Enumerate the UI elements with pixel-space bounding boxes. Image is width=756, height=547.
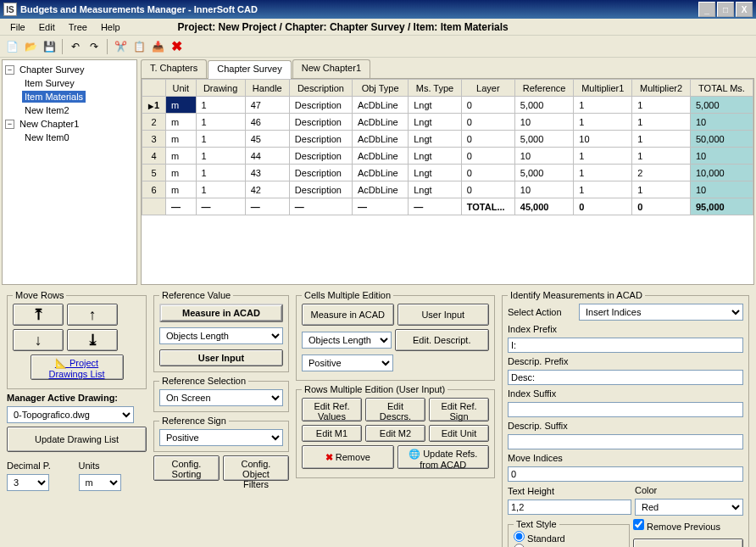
grid-cell[interactable]: 5,000 <box>690 97 753 114</box>
reference-selection-select[interactable]: On Screen <box>159 389 283 406</box>
data-grid[interactable]: UnitDrawingHandleDescriptionObj TypeMs. … <box>141 78 754 285</box>
column-header[interactable]: Unit <box>166 80 197 97</box>
tab[interactable]: Chapter Survey <box>208 60 291 79</box>
grid-cell[interactable]: AcDbLine <box>353 165 409 181</box>
grid-cell[interactable]: 47 <box>245 97 289 114</box>
move-bottom-button[interactable]: ⤓ <box>67 329 118 351</box>
remove-button[interactable]: ✖ Remove <box>302 445 394 469</box>
update-refs-acad-button[interactable]: 🌐 Update Refs. from ACAD <box>397 445 490 469</box>
tree-node-label[interactable]: New Item2 <box>22 104 72 116</box>
grid-cell[interactable]: m <box>166 148 197 165</box>
column-header[interactable]: Description <box>289 80 352 97</box>
do-action-button[interactable]: Do Action <box>633 539 743 547</box>
open-icon[interactable]: 📂 <box>22 38 39 55</box>
row-header[interactable]: 4 <box>142 148 166 165</box>
column-header[interactable]: Ms. Type <box>409 80 462 97</box>
column-header[interactable]: Multiplier1 <box>574 80 632 97</box>
menu-help[interactable]: Help <box>94 20 127 34</box>
grid-cell[interactable]: 10 <box>690 148 753 165</box>
move-down-button[interactable]: ↓ <box>13 329 64 351</box>
edit-descrs-button[interactable]: Edit Descrs. <box>365 398 425 421</box>
tree-panel[interactable]: −Chapter SurveyItem SurveyItem Materials… <box>2 59 137 285</box>
grid-cell[interactable]: 0 <box>461 148 514 165</box>
grid-cell[interactable]: 1 <box>196 97 245 114</box>
grid-cell[interactable]: Description <box>289 97 352 114</box>
grid-cell[interactable]: 1 <box>196 181 245 198</box>
tab[interactable]: New Chapter1 <box>292 59 370 78</box>
row-header[interactable]: 6 <box>142 181 166 198</box>
grid-cell[interactable]: 50,000 <box>690 131 753 148</box>
edit-m2-button[interactable]: Edit M2 <box>365 425 425 442</box>
grid-cell[interactable]: 10,000 <box>690 165 753 181</box>
menu-edit[interactable]: Edit <box>32 20 62 34</box>
grid-cell[interactable]: 0 <box>461 181 514 198</box>
edit-unit-button[interactable]: Edit Unit <box>429 425 489 442</box>
grid-cell[interactable]: Lngt <box>409 97 462 114</box>
grid-cell[interactable]: 10 <box>514 114 574 131</box>
tree-node-label[interactable]: New Item0 <box>22 131 72 143</box>
grid-cell[interactable]: 0 <box>461 131 514 148</box>
index-suffix-input[interactable] <box>508 402 743 417</box>
decimal-select[interactable]: 3 <box>7 474 49 491</box>
project-drawings-link[interactable]: 📐 Project Drawings List <box>31 354 124 380</box>
grid-cell[interactable]: AcDbLine <box>353 181 409 198</box>
save-icon[interactable]: 💾 <box>41 38 58 55</box>
maximize-button[interactable]: □ <box>717 2 734 17</box>
remove-previous-checkbox[interactable]: Remove Previous <box>633 519 743 532</box>
grid-cell[interactable]: m <box>166 165 197 181</box>
cells-user-input-button[interactable]: User Input <box>397 304 490 326</box>
grid-cell[interactable]: m <box>166 97 197 114</box>
paste-icon[interactable]: 📥 <box>149 38 166 55</box>
grid-cell[interactable]: Description <box>289 165 352 181</box>
grid-cell[interactable]: 1 <box>632 181 691 198</box>
table-row[interactable]: 6m142DescriptionAcDbLineLngt0101110 <box>142 181 753 198</box>
row-header[interactable]: 3 <box>142 131 166 148</box>
reference-sign-select[interactable]: Positive <box>159 429 283 446</box>
cells-objects-select[interactable]: Objects Length <box>302 332 392 349</box>
edit-descript-button[interactable]: Edit. Descript. <box>395 329 490 351</box>
column-header[interactable]: Obj Type <box>353 80 409 97</box>
grid-cell[interactable]: 1 <box>196 114 245 131</box>
delete-icon[interactable]: ✖ <box>168 38 185 55</box>
grid-cell[interactable]: 0 <box>461 97 514 114</box>
grid-cell[interactable]: 1 <box>196 165 245 181</box>
grid-cell[interactable]: Lngt <box>409 165 462 181</box>
grid-cell[interactable]: 1 <box>632 97 691 114</box>
table-row[interactable]: 4m144DescriptionAcDbLineLngt0101110 <box>142 148 753 165</box>
tree-node[interactable]: New Item2 <box>5 103 134 117</box>
table-row[interactable]: 5m143DescriptionAcDbLineLngt05,0001210,0… <box>142 165 753 181</box>
grid-cell[interactable]: 1 <box>574 114 632 131</box>
index-prefix-input[interactable] <box>508 338 743 353</box>
edit-ref-sign-button[interactable]: Edit Ref. Sign <box>429 398 489 421</box>
table-row[interactable]: 1m147DescriptionAcDbLineLngt05,000115,00… <box>142 97 753 114</box>
column-header[interactable]: Reference <box>514 80 574 97</box>
grid-cell[interactable]: 10 <box>690 114 753 131</box>
column-header[interactable]: TOTAL Ms. <box>690 80 753 97</box>
tree-node[interactable]: New Item0 <box>5 131 134 144</box>
manager-active-drawing-select[interactable]: 0-Topografico.dwg <box>7 406 134 423</box>
edit-m1-button[interactable]: Edit M1 <box>302 425 362 442</box>
undo-icon[interactable]: ↶ <box>67 38 84 55</box>
grid-cell[interactable]: 1 <box>632 131 691 148</box>
tree-node[interactable]: −Chapter Survey <box>5 63 134 76</box>
grid-cell[interactable]: Description <box>289 181 352 198</box>
grid-cell[interactable]: Lngt <box>409 114 462 131</box>
table-row[interactable]: 2m146DescriptionAcDbLineLngt0101110 <box>142 114 753 131</box>
grid-cell[interactable]: Lngt <box>409 131 462 148</box>
config-object-filters-button[interactable]: Config. Object Filters <box>223 455 289 481</box>
user-input-button[interactable]: User Input <box>159 349 283 366</box>
grid-cell[interactable]: 2 <box>632 165 691 181</box>
column-header[interactable]: Multiplier2 <box>632 80 691 97</box>
tree-node[interactable]: Item Materials <box>5 90 134 103</box>
tree-node-label[interactable]: Item Materials <box>22 91 86 103</box>
grid-cell[interactable]: 1 <box>574 148 632 165</box>
select-action-select[interactable]: Insert Indices <box>579 304 743 321</box>
grid-cell[interactable]: 45 <box>245 131 289 148</box>
update-drawing-list-button[interactable]: Update Drawing List <box>7 427 147 452</box>
grid-cell[interactable]: 0 <box>461 114 514 131</box>
grid-cell[interactable]: 10 <box>514 181 574 198</box>
tree-node-label[interactable]: Item Survey <box>22 77 77 89</box>
tree-expander-icon[interactable]: − <box>5 120 14 129</box>
grid-cell[interactable]: 5,000 <box>514 131 574 148</box>
menu-file[interactable]: File <box>3 20 32 34</box>
